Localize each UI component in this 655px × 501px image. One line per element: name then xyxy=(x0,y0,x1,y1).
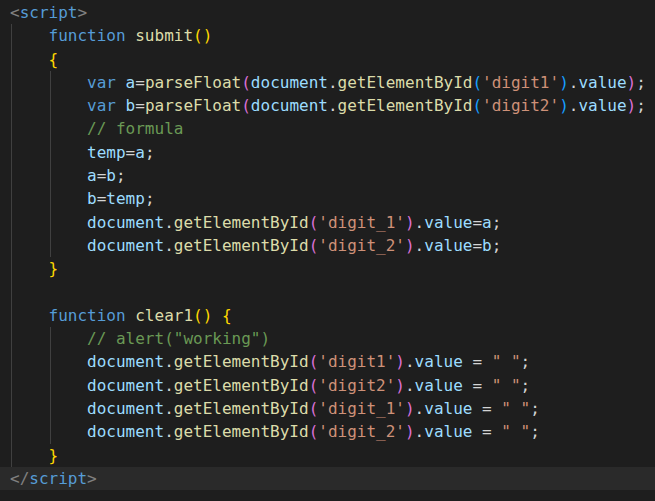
code-token-vr: value xyxy=(424,236,472,255)
code-line[interactable]: document.getElementById('digit_2').value… xyxy=(0,420,655,443)
code-token-pu xyxy=(10,259,49,278)
code-line[interactable]: // alert("working") xyxy=(0,327,655,350)
code-token-pu xyxy=(10,119,87,138)
code-line[interactable]: document.getElementById('digit_1').value… xyxy=(0,397,655,420)
code-token-fn: getElementById xyxy=(174,399,309,418)
indent-guide xyxy=(11,281,12,304)
code-line[interactable]: document.getElementById('digit2').value … xyxy=(0,374,655,397)
code-line[interactable]: b=temp; xyxy=(0,187,655,210)
code-line[interactable]: } xyxy=(0,444,655,467)
code-token-pu: . xyxy=(415,236,425,255)
code-line-text: document.getElementById('digit1').value … xyxy=(0,350,655,373)
code-token-st: 'digit_1' xyxy=(318,399,405,418)
code-token-co: // alert("working") xyxy=(87,329,270,348)
code-line[interactable]: function clear1() { xyxy=(0,304,655,327)
code-token-vr: a xyxy=(482,213,492,232)
code-line-text: } xyxy=(0,257,655,280)
code-token-st: 'digit_1' xyxy=(318,213,405,232)
code-token-fn: submit xyxy=(135,26,193,45)
code-token-vr: b xyxy=(126,96,136,115)
code-token-co: // formula xyxy=(87,119,183,138)
code-line[interactable]: document.getElementById('digit1').value … xyxy=(0,350,655,373)
code-token-vr: value xyxy=(415,352,463,371)
code-token-vr: document xyxy=(87,376,164,395)
code-line[interactable]: } xyxy=(0,257,655,280)
code-token-b2: ( xyxy=(309,399,319,418)
code-token-pu: ; xyxy=(530,399,540,418)
code-token-pu: . xyxy=(164,236,174,255)
code-token-fn: getElementById xyxy=(174,236,309,255)
code-token-pu: . xyxy=(405,352,415,371)
code-token-pu: . xyxy=(569,73,579,92)
code-line-text: </script> xyxy=(0,467,655,490)
code-token-pu xyxy=(10,446,49,465)
code-token-b1: () xyxy=(193,26,212,45)
code-token-tag: </ xyxy=(10,469,29,488)
code-line[interactable]: <script> xyxy=(0,1,655,24)
code-token-pu xyxy=(10,213,87,232)
code-line-text: document.getElementById('digit_2').value… xyxy=(0,234,655,257)
code-token-b2: ( xyxy=(241,96,251,115)
code-token-b2: ) xyxy=(395,376,405,395)
code-line[interactable]: document.getElementById('digit_2').value… xyxy=(0,234,655,257)
code-line[interactable]: var b=parseFloat(document.getElementById… xyxy=(0,94,655,117)
code-token-pu xyxy=(10,50,49,69)
code-token-fn: parseFloat xyxy=(145,96,241,115)
code-token-kw: var xyxy=(87,73,116,92)
code-line-text: document.getElementById('digit_2').value… xyxy=(0,420,655,443)
code-token-b1: } xyxy=(49,259,59,278)
code-token-pu: . xyxy=(415,399,425,418)
code-line[interactable]: temp=a; xyxy=(0,141,655,164)
code-editor[interactable]: <script> function submit() { var a=parse… xyxy=(0,0,655,501)
code-token-fn: getElementById xyxy=(174,422,309,441)
code-token-pu: ; xyxy=(492,236,502,255)
code-token-pu xyxy=(212,306,222,325)
code-token-b2: ( xyxy=(309,236,319,255)
code-token-b2: ) xyxy=(405,236,415,255)
code-token-pu: = xyxy=(97,189,107,208)
code-line[interactable]: function submit() xyxy=(0,24,655,47)
code-token-b2: ( xyxy=(309,422,319,441)
code-token-vr: value xyxy=(578,96,626,115)
code-token-vr: a xyxy=(87,166,97,185)
code-line-text: b=temp; xyxy=(0,187,655,210)
code-token-b2: ) xyxy=(405,213,415,232)
code-token-vr: value xyxy=(424,422,472,441)
code-token-kw: script xyxy=(20,3,78,22)
code-token-fn: getElementById xyxy=(174,376,309,395)
code-token-b2: ) xyxy=(405,422,415,441)
code-token-pu: . xyxy=(164,213,174,232)
code-line[interactable]: a=b; xyxy=(0,164,655,187)
code-token-pu: ; xyxy=(145,189,155,208)
code-token-vr: document xyxy=(87,399,164,418)
code-line[interactable]: // formula xyxy=(0,117,655,140)
code-line[interactable]: </script> xyxy=(0,467,655,490)
code-token-pu xyxy=(10,352,87,371)
code-line-text: document.getElementById('digit2').value … xyxy=(0,374,655,397)
code-line[interactable]: document.getElementById('digit_1').value… xyxy=(0,211,655,234)
code-token-fn: getElementById xyxy=(174,352,309,371)
code-token-pu: = xyxy=(463,376,492,395)
code-token-b2: ) xyxy=(395,352,405,371)
code-token-pu: . xyxy=(164,352,174,371)
code-token-st: 'digit1' xyxy=(482,73,559,92)
code-token-vr: document xyxy=(87,422,164,441)
code-token-pu xyxy=(10,143,87,162)
code-token-pu: ; xyxy=(521,352,531,371)
code-token-vr: document xyxy=(87,352,164,371)
code-token-pu: . xyxy=(164,422,174,441)
code-token-vr: temp xyxy=(106,189,145,208)
code-token-vr: a xyxy=(126,73,136,92)
code-token-vr: document xyxy=(87,213,164,232)
code-token-fn: getElementById xyxy=(338,73,473,92)
code-line-text: // alert("working") xyxy=(0,327,655,350)
code-line[interactable]: var a=parseFloat(document.getElementById… xyxy=(0,71,655,94)
code-token-fn: parseFloat xyxy=(145,73,241,92)
code-token-vr: document xyxy=(251,73,328,92)
code-token-pu: ; xyxy=(145,143,155,162)
code-token-tag: > xyxy=(87,469,97,488)
code-line[interactable]: { xyxy=(0,48,655,71)
code-token-b2: ( xyxy=(309,376,319,395)
code-token-st: " " xyxy=(501,422,530,441)
code-line[interactable] xyxy=(0,281,655,304)
